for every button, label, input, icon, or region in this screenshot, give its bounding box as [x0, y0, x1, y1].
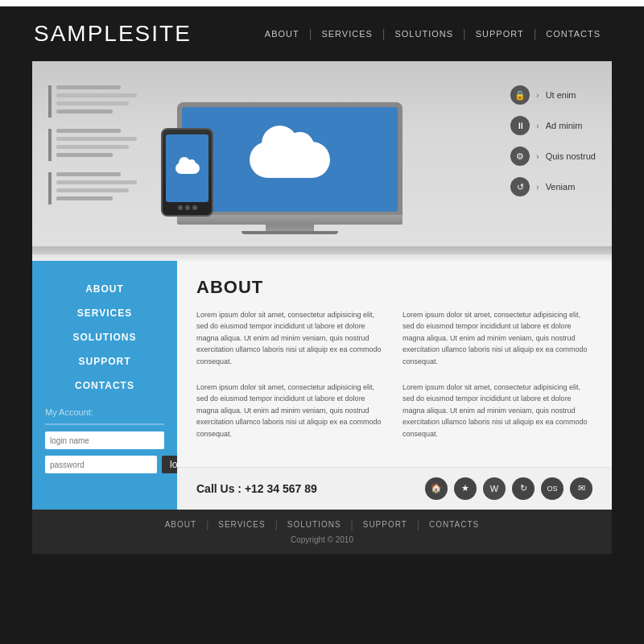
footer-nav: ABOUT | SERVICES | SOLUTIONS | SUPPORT |…: [32, 519, 612, 530]
footer-nav-about[interactable]: ABOUT: [155, 520, 206, 529]
lock-icon: 🔒: [510, 85, 530, 105]
phone-buttons: [178, 205, 197, 210]
social-icon-refresh[interactable]: ↻: [512, 477, 535, 500]
footer-nav-services[interactable]: SERVICES: [208, 520, 275, 529]
arrow-icon-2: ›: [536, 122, 539, 130]
hero-right-icons: 🔒 › Ut enim ⏸ › Ad minim ⚙ › Quis nostru…: [510, 85, 596, 196]
laptop-foot: [242, 231, 338, 234]
hero-icon-row-2[interactable]: ⏸ › Ad minim: [510, 116, 596, 135]
icon-label-2: Ad minim: [546, 121, 583, 130]
nav-solutions[interactable]: SOLUTIONS: [385, 29, 463, 39]
hero-icon-row-1[interactable]: 🔒 › Ut enim: [510, 85, 596, 105]
footer: ABOUT | SERVICES | SOLUTIONS | SUPPORT |…: [32, 510, 612, 554]
social-icon-home[interactable]: 🏠: [425, 477, 448, 500]
phone-cloud-icon: [175, 163, 200, 174]
footer-nav-support[interactable]: SUPPORT: [353, 520, 417, 529]
footer-nav-contacts[interactable]: CONTACTS: [419, 520, 489, 529]
sidebar-item-about[interactable]: ABOUT: [32, 277, 177, 301]
about-text-1-1: Lorem ipsum dolor sit amet, consectetur …: [196, 309, 386, 367]
social-icon-w[interactable]: W: [483, 477, 506, 500]
main-content: ABOUT SERVICES SOLUTIONS SUPPORT CONTACT…: [32, 261, 612, 510]
footer-copyright: Copyright © 2010: [32, 535, 612, 544]
icon-label-4: Veniam: [546, 182, 576, 192]
site-title: SAMPLESITE: [34, 21, 192, 47]
arrow-icon-3: ›: [536, 152, 539, 161]
sidebar: ABOUT SERVICES SOLUTIONS SUPPORT CONTACT…: [32, 261, 177, 510]
hero-icon-row-3[interactable]: ⚙ › Quis nostrud: [510, 147, 596, 166]
laptop-screen: [182, 107, 398, 212]
hero-text-1: [48, 85, 137, 118]
pause-icon: ⏸: [510, 116, 530, 135]
social-icon-email[interactable]: ✉: [570, 477, 592, 500]
sidebar-item-solutions[interactable]: SOLUTIONS: [32, 325, 177, 349]
about-columns: Lorem ipsum dolor sit amet, consectetur …: [196, 309, 592, 440]
hero-text-3: [48, 172, 137, 204]
icon-label-1: Ut enim: [546, 90, 576, 100]
nav-contacts[interactable]: CONTACTS: [536, 29, 610, 39]
phone-device: [161, 128, 213, 217]
call-bar: Call Us : +12 34 567 89 🏠 ★ W ↻ OS ✉: [177, 467, 612, 510]
hero-devices: [153, 73, 411, 234]
call-text: Call Us : +12 34 567 89: [196, 482, 317, 495]
hero-shadow: [32, 246, 612, 261]
account-label: My Account:: [45, 407, 164, 417]
arrow-icon-1: ›: [536, 91, 539, 100]
laptop-stand: [266, 225, 314, 231]
icon-label-3: Quis nostrud: [546, 151, 596, 161]
sidebar-item-contacts[interactable]: CONTACTS: [32, 374, 177, 398]
nav-support[interactable]: SUPPORT: [466, 29, 534, 39]
about-text-2-2: Lorem ipsum dolor sit amet, consectetur …: [402, 382, 592, 440]
nav-about[interactable]: ABOUT: [255, 29, 309, 39]
settings-icon: ⚙: [510, 147, 530, 166]
footer-nav-solutions[interactable]: SOLUTIONS: [278, 520, 351, 529]
hero-left-content: [48, 85, 137, 204]
phone-screen: [166, 134, 208, 202]
laptop-cloud-icon: [250, 142, 330, 178]
hero-text-2: [48, 129, 137, 161]
hero-section: 🔒 › Ut enim ⏸ › Ad minim ⚙ › Quis nostru…: [32, 61, 612, 246]
main-nav: ABOUT | SERVICES | SOLUTIONS | SUPPORT |…: [255, 27, 610, 40]
hero-icon-row-4[interactable]: ↺ › Veniam: [510, 177, 596, 196]
account-section: My Account: login: [32, 398, 177, 473]
about-title: ABOUT: [196, 277, 592, 298]
social-icons: 🏠 ★ W ↻ OS ✉: [425, 477, 592, 500]
laptop-base: [177, 215, 402, 225]
password-input[interactable]: [45, 456, 157, 473]
about-col-2: Lorem ipsum dolor sit amet, consectetur …: [402, 309, 592, 440]
sidebar-item-support[interactable]: SUPPORT: [32, 349, 177, 374]
about-text-1-2: Lorem ipsum dolor sit amet, consectetur …: [402, 309, 592, 367]
login-name-input[interactable]: [45, 431, 164, 449]
nav-services[interactable]: SERVICES: [312, 29, 382, 39]
refresh-icon: ↺: [510, 177, 530, 196]
social-icon-star[interactable]: ★: [454, 477, 477, 500]
arrow-icon-4: ›: [536, 183, 539, 192]
about-col-1: Lorem ipsum dolor sit amet, consectetur …: [196, 309, 386, 440]
sidebar-item-services[interactable]: SERVICES: [32, 301, 177, 325]
about-section: ABOUT Lorem ipsum dolor sit amet, consec…: [177, 261, 612, 467]
about-text-2-1: Lorem ipsum dolor sit amet, consectetur …: [196, 382, 386, 440]
social-icon-os[interactable]: OS: [541, 477, 564, 500]
